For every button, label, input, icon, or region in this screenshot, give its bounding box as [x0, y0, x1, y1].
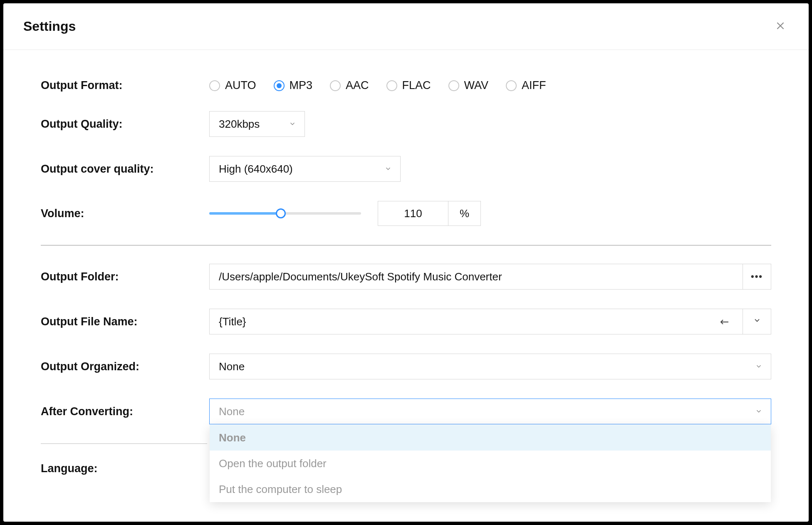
volume-slider-fill: [209, 212, 281, 215]
output-folder-combo: /Users/apple/Documents/UkeySoft Spotify …: [209, 264, 771, 290]
label-after-converting: After Converting:: [41, 405, 209, 418]
label-volume: Volume:: [41, 207, 209, 220]
settings-content: Output Format: AUTOMP3AACFLACWAVAIFF Out…: [3, 50, 809, 475]
output-format-radio-group: AUTOMP3AACFLACWAVAIFF: [209, 79, 546, 92]
radio-label: MP3: [290, 79, 313, 92]
after-converting-placeholder: None: [219, 405, 245, 418]
label-output-file-name: Output File Name:: [41, 315, 209, 328]
row-output-format: Output Format: AUTOMP3AACFLACWAVAIFF: [41, 79, 771, 92]
row-output-file-name: Output File Name: {Title}: [41, 309, 771, 334]
label-output-quality: Output Quality:: [41, 118, 209, 131]
radio-dot-icon: [448, 80, 459, 91]
radio-flac[interactable]: FLAC: [386, 79, 431, 92]
row-output-cover-quality: Output cover quality: High (640x640): [41, 156, 771, 182]
output-folder-input[interactable]: /Users/apple/Documents/UkeySoft Spotify …: [209, 264, 743, 290]
arrow-left-icon: [719, 315, 733, 328]
output-file-name-value: {Title}: [219, 315, 246, 328]
radio-aiff[interactable]: AIFF: [506, 79, 546, 92]
chevron-down-icon: [753, 316, 761, 327]
label-output-organized: Output Organized:: [41, 360, 209, 373]
row-output-folder: Output Folder: /Users/apple/Documents/Uk…: [41, 264, 771, 290]
output-organized-select[interactable]: None: [209, 354, 771, 379]
dropdown-option[interactable]: Open the output folder: [210, 451, 771, 476]
row-volume: Volume: 110 %: [41, 201, 771, 226]
radio-aac[interactable]: AAC: [330, 79, 369, 92]
radio-label: AAC: [346, 79, 369, 92]
radio-dot-icon: [506, 80, 517, 91]
radio-dot-icon: [386, 80, 397, 91]
dropdown-option[interactable]: None: [210, 425, 771, 451]
volume-slider-thumb[interactable]: [276, 208, 286, 218]
label-output-cover-quality: Output cover quality:: [41, 163, 209, 176]
close-icon: [775, 20, 786, 33]
chevron-down-icon: [755, 360, 762, 373]
page-title: Settings: [23, 19, 76, 34]
file-name-variables-button[interactable]: [743, 309, 771, 334]
radio-label: AUTO: [225, 79, 256, 92]
row-after-converting: After Converting: None NoneOpen the outp…: [41, 399, 771, 424]
volume-control-group: 110 %: [209, 201, 481, 226]
section-divider: [41, 443, 207, 444]
after-converting-select[interactable]: None NoneOpen the output folderPut the c…: [209, 399, 771, 424]
label-language: Language:: [41, 462, 209, 475]
dropdown-option[interactable]: Put the computer to sleep: [210, 476, 771, 502]
radio-label: WAV: [464, 79, 489, 92]
output-quality-select[interactable]: 320kbps: [209, 111, 305, 137]
browse-folder-button[interactable]: •••: [743, 264, 771, 290]
label-output-folder: Output Folder:: [41, 270, 209, 283]
ellipsis-icon: •••: [751, 271, 763, 282]
settings-window: Settings Output Format: AUTOMP3AACFLACWA…: [0, 0, 812, 525]
row-output-quality: Output Quality: 320kbps: [41, 111, 771, 137]
radio-mp3[interactable]: MP3: [274, 79, 313, 92]
chevron-down-icon: [384, 163, 392, 176]
volume-value-input[interactable]: 110: [378, 201, 448, 226]
label-output-format: Output Format:: [41, 79, 209, 92]
section-divider: [41, 245, 771, 245]
chevron-down-icon: [289, 118, 296, 131]
output-quality-value: 320kbps: [219, 118, 260, 131]
radio-dot-icon: [274, 80, 285, 91]
titlebar: Settings: [3, 3, 809, 50]
radio-auto[interactable]: AUTO: [209, 79, 256, 92]
output-cover-quality-value: High (640x640): [219, 163, 293, 176]
after-converting-dropdown: NoneOpen the output folderPut the comput…: [210, 425, 771, 502]
radio-dot-icon: [330, 80, 341, 91]
radio-wav[interactable]: WAV: [448, 79, 489, 92]
radio-dot-icon: [209, 80, 220, 91]
close-button[interactable]: [772, 18, 789, 35]
row-output-organized: Output Organized: None: [41, 354, 771, 379]
radio-label: FLAC: [402, 79, 431, 92]
output-organized-value: None: [219, 360, 245, 373]
output-cover-quality-select[interactable]: High (640x640): [209, 156, 401, 182]
volume-unit: %: [448, 201, 481, 226]
volume-slider[interactable]: [209, 212, 361, 215]
output-file-name-combo: {Title}: [209, 309, 771, 334]
output-file-name-input[interactable]: {Title}: [209, 309, 743, 334]
chevron-down-icon: [755, 405, 762, 418]
radio-label: AIFF: [522, 79, 546, 92]
